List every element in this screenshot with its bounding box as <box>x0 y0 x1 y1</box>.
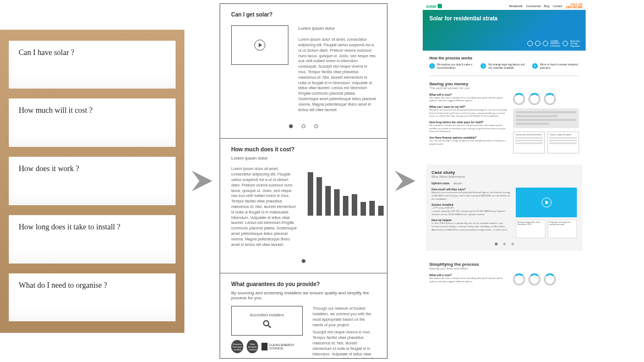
nav-link[interactable]: Blog <box>544 4 549 8</box>
section-title: Saving you money <box>429 81 579 86</box>
carousel-dot[interactable] <box>302 259 305 263</box>
accredited-installers-badge: Accredited installers <box>231 306 303 336</box>
carousel-dot[interactable] <box>495 243 498 245</box>
dial-icon <box>513 93 525 105</box>
play-icon[interactable] <box>542 198 552 207</box>
process-step: 1We analyse your data & make a recommend… <box>429 63 476 70</box>
carousel-dots[interactable] <box>432 243 577 245</box>
section-title: How much does it cost? <box>231 146 376 152</box>
top-nav: Residential Commercial Blog Contact CALL… <box>509 3 582 9</box>
video-placeholder[interactable] <box>516 188 577 217</box>
carousel-dot[interactable] <box>503 243 506 245</box>
cert-logo: CLEAN ENERGY COUNCIL <box>261 343 303 350</box>
case-study-section: Case study Blue Wave Apartments Upfront … <box>426 164 582 251</box>
hero: Solar for residential strata CLEANENERGY… <box>423 10 586 51</box>
carousel-dot[interactable] <box>302 124 305 128</box>
call-us[interactable]: CALL US1300 461 986 <box>565 3 582 9</box>
step-number: 1 <box>429 63 435 69</box>
wireframe-section-cost: How much does it cost? Lorem ipsum dolor… <box>220 139 387 273</box>
hero-badges: CLEANENERGYCOUNCIL AustralianEnergyRegul… <box>527 40 580 47</box>
section-body: Lorem ipsum dolor sit amet, consectetur … <box>231 166 298 249</box>
section-title: How the process works <box>429 56 579 60</box>
cert-badge: Business Chambers certified <box>231 340 243 353</box>
step-number: 3 <box>532 63 538 69</box>
nav-link[interactable]: Contact <box>553 4 562 8</box>
badge-icon <box>535 41 541 46</box>
badge-text: CLEANENERGYCOUNCIL <box>550 40 560 47</box>
dial-icon <box>528 93 541 105</box>
index-card: Can I have solar ? <box>9 41 176 89</box>
section-lead: By sourcing and screening installers we … <box>231 290 376 300</box>
process-step: 2We arrange legal regulations and any su… <box>481 63 527 70</box>
wireframe-mockup: Can I get solar? Lorem ipsum dolor Lorem… <box>220 3 388 359</box>
dial-icon <box>528 273 541 286</box>
wireframe-section-can-i-get-solar: Can I get solar? Lorem ipsum dolor Lorem… <box>220 4 387 139</box>
simplify-section: Simplifying the process Saving you time … <box>423 256 586 294</box>
process-step: 3We're on hand to answer residents' ques… <box>532 63 579 70</box>
search-icon <box>262 319 272 329</box>
bar-chart <box>308 166 384 216</box>
svg-point-0 <box>264 321 269 326</box>
carousel-dot[interactable] <box>511 243 514 245</box>
badge-icon <box>527 41 533 46</box>
mini-chart: Energy savings from June - November 2019 <box>516 220 545 238</box>
saving-illustration: Choose your financial priorities Choose … <box>513 93 579 153</box>
section-body: Lorem ipsum dolor Lorem ipsum dolor sit … <box>298 25 376 114</box>
index-card: How does it work ? <box>9 157 176 205</box>
wireframe-section-guarantees: What guarantees do you provide? By sourc… <box>220 273 387 359</box>
section-subtitle: The optimal solution for you <box>429 86 579 90</box>
section-title: What guarantees do you provide? <box>231 281 376 287</box>
index-card: What do I need to organise ? <box>9 273 176 322</box>
logo[interactable]: solar <box>426 4 442 9</box>
dial-icon <box>544 93 556 105</box>
carousel-dot[interactable] <box>289 124 293 128</box>
video-placeholder[interactable] <box>231 25 288 65</box>
mini-chart: Proportion of energy now coming from sol… <box>548 220 577 238</box>
arrow-right-icon <box>184 166 220 196</box>
hero-title: Solar for residential strata <box>429 15 579 21</box>
nav-link[interactable]: Residential <box>509 4 523 8</box>
section-subtitle: Saving you time and effort <box>429 267 579 270</box>
index-card: How long does it take to install ? <box>9 215 176 264</box>
section-body: Through our network of trusted installer… <box>313 306 376 359</box>
option-panel[interactable]: Choose your financial priorities <box>513 131 545 153</box>
step-number: 2 <box>481 63 486 69</box>
svg-line-1 <box>268 325 271 328</box>
play-icon[interactable] <box>254 40 265 51</box>
index-card: How much will it cost ? <box>9 98 176 147</box>
process-section: How the process works 1We analyse your d… <box>423 51 586 75</box>
arrow-right-icon <box>388 166 423 196</box>
section-subtitle: Lorem ipsum dolor <box>231 156 376 161</box>
section-title: Simplifying the process <box>429 262 579 267</box>
site-header: solar Residential Commercial Blog Contac… <box>423 2 586 10</box>
section-subtitle: Blue Wave Apartments <box>432 175 577 178</box>
carousel-dots[interactable] <box>231 259 376 263</box>
section-subtitle: Lorem ipsum dolor <box>298 25 376 31</box>
section-title: Case study <box>432 170 577 175</box>
website-mockup: solar Residential Commercial Blog Contac… <box>423 2 586 360</box>
dial-icon <box>513 273 525 286</box>
section-title: Can I get solar? <box>231 12 376 18</box>
carousel-dot[interactable] <box>314 124 318 128</box>
option-panel[interactable]: Choose a payment option <box>547 131 579 153</box>
index-cards-photo: Can I have solar ? How much will it cost… <box>0 30 184 333</box>
nav-link[interactable]: Commercial <box>526 4 541 8</box>
badge-icon <box>543 41 548 46</box>
carousel-dots[interactable] <box>231 124 376 128</box>
cert-badge: Solar Australia certified <box>247 340 258 353</box>
badge-icon <box>563 41 568 46</box>
badge-text: AustralianEnergyRegulator <box>570 40 580 47</box>
dial-icon <box>544 273 556 286</box>
saving-section: Saving you money The optimal solution fo… <box>423 76 586 159</box>
